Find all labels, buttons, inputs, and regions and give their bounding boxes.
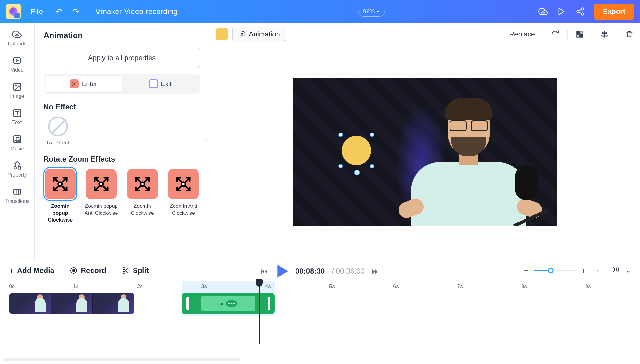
app-logo[interactable] — [6, 4, 21, 19]
current-time: 00:08:30 — [295, 267, 325, 276]
export-button[interactable]: Export — [594, 4, 634, 20]
timeline-options-icon[interactable] — [612, 266, 620, 275]
effect-zoomin-popup-anticlockwise[interactable]: Zoomin popup Anti Clockwise — [85, 169, 118, 223]
animation-chip[interactable]: Animation — [232, 27, 286, 42]
play-button[interactable] — [275, 265, 288, 278]
align-icon[interactable] — [600, 30, 609, 39]
no-effect-icon — [48, 117, 68, 136]
skip-forward-icon[interactable]: ⏭ — [372, 267, 379, 276]
reload-icon[interactable] — [551, 30, 560, 39]
replace-button[interactable]: Replace — [509, 30, 535, 38]
effects-row: Zoomin popup Clockwise Zoomin popup Anti… — [44, 169, 200, 223]
resize-handle-bl[interactable] — [338, 164, 343, 168]
video-clip[interactable] — [9, 293, 134, 314]
no-effect-option[interactable]: No Effect — [44, 117, 72, 146]
tab-enter[interactable]: Enter — [45, 76, 122, 92]
transparency-icon[interactable] — [575, 30, 584, 39]
timeline-ruler[interactable]: 0s 1s 2s 3s 4s 5s 6s 7s 8s 9s — [9, 282, 640, 292]
resize-handle-tr[interactable] — [370, 133, 374, 137]
effect-zoomin-anticlockwise[interactable]: ZoomIn Anti Clockwise — [167, 169, 200, 223]
svg-line-4 — [579, 10, 581, 11]
section-no-effect: No Effect — [44, 103, 200, 111]
svg-marker-14 — [15, 162, 20, 166]
play-preview-icon[interactable] — [557, 7, 566, 16]
yellow-circle-shape[interactable] — [342, 136, 371, 165]
undo-redo-group: ↶ ↷ — [56, 7, 79, 17]
clip-options-icon[interactable] — [226, 300, 237, 307]
playhead[interactable] — [259, 279, 260, 344]
sidebar-item-uploads[interactable]: Uploads — [8, 29, 27, 47]
cloud-save-icon[interactable] — [538, 7, 548, 16]
share-icon[interactable] — [575, 7, 585, 16]
svg-marker-0 — [559, 8, 564, 15]
zoom-slider-thumb[interactable] — [548, 268, 554, 273]
zoom-in-icon[interactable]: + — [580, 266, 587, 276]
sidebar-item-transitions[interactable]: Transitions — [5, 187, 30, 204]
enter-exit-tabs: Enter Exit — [44, 74, 200, 94]
canvas-stage[interactable]: ⟲ — [209, 45, 640, 259]
redo-icon[interactable]: ↷ — [72, 7, 79, 17]
shape-clip[interactable]: pe — [182, 293, 275, 314]
sidebar-item-music[interactable]: Music — [11, 134, 24, 152]
canvas-area: Animation Replace — [209, 23, 640, 259]
fit-width-icon[interactable]: ↔ — [593, 266, 600, 275]
panel-title: Animation — [44, 31, 200, 40]
record-button[interactable]: Record — [70, 266, 106, 275]
svg-rect-17 — [13, 190, 21, 194]
svg-rect-6 — [13, 58, 21, 63]
top-actions: Export — [538, 4, 634, 20]
svg-point-21 — [58, 182, 62, 186]
delete-icon[interactable] — [625, 30, 634, 39]
sidebar-item-image[interactable]: Image — [10, 82, 24, 99]
project-title[interactable]: Vmaker Video recording — [95, 7, 358, 16]
context-right: Replace — [509, 30, 634, 39]
timeline-toolbar: + Add Media Record Split ⏮ 00:08:30 / 00… — [0, 259, 640, 282]
effect-zoomin-clockwise[interactable]: ZoomIn Clockwise — [126, 169, 159, 223]
topbar: File ↶ ↷ Vmaker Video recording 96% Expo… — [0, 0, 640, 23]
undo-icon[interactable]: ↶ — [56, 7, 63, 17]
svg-point-34 — [72, 269, 75, 272]
zoom-level-dropdown[interactable]: 96% — [358, 7, 385, 17]
selected-shape[interactable]: ⟲ — [339, 133, 374, 168]
split-button[interactable]: Split — [122, 266, 149, 275]
clip-trim-right[interactable] — [268, 297, 270, 310]
svg-rect-26 — [577, 31, 579, 34]
svg-point-20 — [74, 83, 75, 85]
timeline-zoom: − + — [523, 266, 587, 276]
sidebar-label: Property — [7, 172, 27, 178]
rotate-handle[interactable]: ⟲ — [354, 170, 360, 175]
resize-handle-br[interactable] — [370, 164, 374, 168]
effect-tile-icon — [86, 169, 117, 199]
svg-point-23 — [140, 182, 144, 186]
context-toolbar: Animation Replace — [209, 23, 640, 45]
zoom-slider[interactable] — [534, 270, 576, 271]
chevron-down-icon[interactable]: ⌄ — [625, 266, 631, 275]
effect-tile-icon — [45, 169, 76, 199]
sidebar-item-text[interactable]: Text — [12, 108, 22, 125]
horizontal-scrollbar[interactable] — [4, 358, 241, 361]
exit-icon — [149, 79, 158, 88]
sidebar-item-video[interactable]: Video — [11, 56, 24, 73]
effect-zoomin-popup-clockwise[interactable]: Zoomin popup Clockwise — [44, 169, 77, 223]
resize-handle-tl[interactable] — [338, 133, 343, 137]
effect-tile-icon — [168, 169, 199, 199]
clip-trim-left[interactable] — [186, 297, 189, 310]
sidebar-label: Text — [12, 120, 22, 125]
timeline-tracks[interactable]: pe — [9, 292, 640, 343]
color-swatch[interactable] — [216, 28, 228, 40]
svg-rect-27 — [580, 31, 583, 34]
effect-tile-icon — [127, 169, 158, 199]
collapse-panel-handle[interactable]: ‹ — [205, 140, 209, 169]
zoom-out-icon[interactable]: − — [523, 266, 530, 276]
sidebar-item-property[interactable]: Property — [7, 161, 27, 178]
tab-exit[interactable]: Exit — [122, 76, 199, 92]
playback-controls: ⏮ 00:08:30 / 00:36:00 ⏭ — [261, 265, 379, 278]
timeline: + Add Media Record Split ⏮ 00:08:30 / 00… — [0, 259, 640, 364]
svg-marker-7 — [16, 59, 18, 62]
add-media-button[interactable]: + Add Media — [9, 266, 54, 276]
skip-back-icon[interactable]: ⏮ — [261, 267, 268, 276]
sidebar-label: Music — [11, 146, 24, 152]
svg-rect-29 — [580, 35, 583, 37]
apply-all-button[interactable]: Apply to all properties — [44, 48, 200, 68]
file-menu[interactable]: File — [31, 7, 43, 16]
